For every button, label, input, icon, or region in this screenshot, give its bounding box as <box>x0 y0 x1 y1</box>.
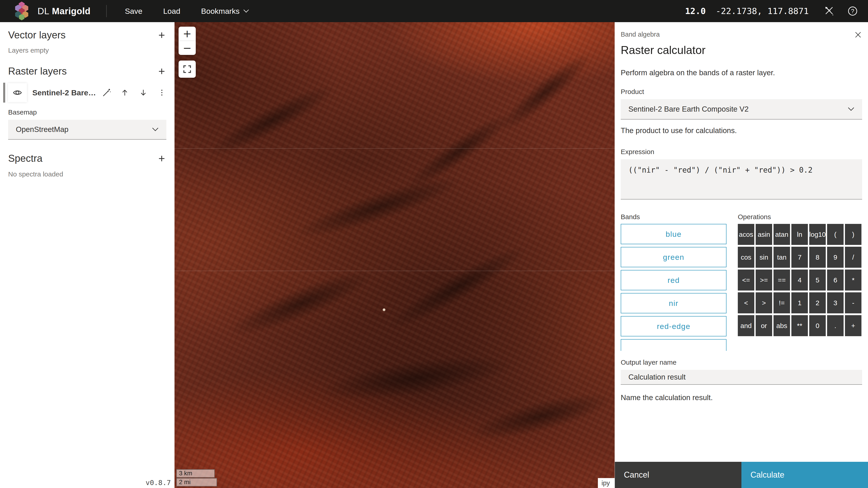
map-zoom-level: 12.0 <box>685 6 706 16</box>
product-select[interactable]: Sentinel-2 Bare Earth Composite V2 <box>621 99 862 120</box>
operation-button-0[interactable]: 0 <box>809 315 826 336</box>
band-button-red-edge[interactable]: red-edge <box>621 316 726 336</box>
calculate-button[interactable]: Calculate <box>741 462 868 488</box>
map-attribution[interactable]: ipy <box>598 478 615 488</box>
operation-button-6[interactable]: 6 <box>827 269 844 291</box>
operation-button->=[interactable]: >= <box>756 269 772 291</box>
operation-button-<[interactable]: < <box>738 292 754 313</box>
zoom-in-button[interactable]: + <box>179 27 196 41</box>
measure-tools-icon[interactable] <box>823 5 835 17</box>
basemap-label: Basemap <box>8 108 166 116</box>
operations-label: Operations <box>738 213 862 221</box>
add-spectra-button[interactable]: + <box>157 153 166 164</box>
operation-button-log10[interactable]: log10 <box>809 224 826 245</box>
help-circle-icon[interactable]: ? <box>847 5 859 17</box>
operation-button-acos[interactable]: acos <box>738 224 754 245</box>
band-button-nir[interactable]: nir <box>621 293 726 313</box>
operation-button-)[interactable]: ) <box>845 224 862 245</box>
panel-title: Raster calculator <box>621 43 862 57</box>
layer-drag-handle[interactable] <box>3 83 5 103</box>
operation-button-asin[interactable]: asin <box>756 224 772 245</box>
satellite-imagery <box>175 22 615 488</box>
add-raster-layer-button[interactable]: + <box>157 66 166 77</box>
basemap-selected-value: OpenStreetMap <box>16 125 68 134</box>
close-panel-button[interactable] <box>853 30 863 40</box>
operations-grid: acosasinatanlnlog10()cossintan789/<=>===… <box>738 224 862 336</box>
vector-layers-empty-text: Layers empty <box>8 46 166 54</box>
chevron-down-icon <box>152 127 159 131</box>
tile-seam-line <box>175 148 615 149</box>
operation-button-tan[interactable]: tan <box>774 247 790 268</box>
fullscreen-button[interactable] <box>179 61 196 78</box>
operation-button-==[interactable]: == <box>774 269 790 291</box>
expression-input[interactable]: (("nir" - "red") / ("nir" + "red")) > 0.… <box>621 159 862 199</box>
operation-button-4[interactable]: 4 <box>792 269 808 291</box>
terrain-shading <box>318 348 515 408</box>
operation-button-([interactable]: ( <box>827 224 844 245</box>
band-button-blue[interactable]: blue <box>621 224 726 244</box>
operation-button-<=[interactable]: <= <box>738 269 754 291</box>
operation-button-cos[interactable]: cos <box>738 247 754 268</box>
operation-button-7[interactable]: 7 <box>792 247 808 268</box>
zoom-out-button[interactable]: − <box>179 41 196 55</box>
close-icon <box>854 31 862 39</box>
operation-button-1[interactable]: 1 <box>792 292 808 313</box>
operation-button-9[interactable]: 9 <box>827 247 844 268</box>
band-button-red[interactable]: red <box>621 270 726 290</box>
layer-name[interactable]: Sentinel-2 Bare Earth Com... <box>32 88 98 97</box>
terrain-shading <box>382 237 532 338</box>
arrow-down-icon <box>139 88 148 97</box>
output-layer-name-input[interactable] <box>621 370 862 385</box>
operation-button-sin[interactable]: sin <box>756 247 772 268</box>
app-title: DL Marigold <box>37 6 90 16</box>
vector-layers-title: Vector layers <box>8 29 66 41</box>
raster-calculator-panel: Band algebra Raster calculator Perform a… <box>615 22 868 488</box>
kebab-menu-icon <box>158 89 166 97</box>
operation-button-*[interactable]: * <box>845 269 862 291</box>
save-button[interactable]: Save <box>114 0 153 22</box>
chevron-down-icon <box>848 107 855 111</box>
operation-button-abs[interactable]: abs <box>774 315 790 336</box>
layer-move-up-button[interactable] <box>120 88 129 97</box>
layer-style-button[interactable] <box>102 88 111 97</box>
band-button-partial[interactable] <box>621 339 726 351</box>
panel-description: Perform algebra on the bands of a raster… <box>621 68 862 77</box>
raster-layer-row: Sentinel-2 Bare Earth Com... <box>3 83 166 103</box>
operation-button-**[interactable]: ** <box>792 315 808 336</box>
cancel-button[interactable]: Cancel <box>615 462 741 488</box>
operation-button-.[interactable]: . <box>827 315 844 336</box>
layers-sidebar: Vector layers + Layers empty Raster laye… <box>0 22 175 488</box>
operation-button->[interactable]: > <box>756 292 772 313</box>
top-bar: DL Marigold Save Load Bookmarks 12.0 -22… <box>0 0 868 22</box>
operation-button-and[interactable]: and <box>738 315 754 336</box>
operation-button-!=[interactable]: != <box>774 292 790 313</box>
basemap-select[interactable]: OpenStreetMap <box>8 120 166 140</box>
operation-button-ln[interactable]: ln <box>792 224 808 245</box>
scale-kilometers: 3 km <box>176 469 215 478</box>
add-vector-layer-button[interactable]: + <box>157 29 166 41</box>
operation-button-atan[interactable]: atan <box>774 224 790 245</box>
map-viewport[interactable]: + − 3 km 2 mi ipy <box>175 22 615 488</box>
layer-menu-button[interactable] <box>157 88 166 97</box>
tile-seam-line <box>175 271 615 271</box>
layer-move-down-button[interactable] <box>139 88 148 97</box>
map-scale-bar: 3 km 2 mi <box>176 469 217 486</box>
terrain-shading <box>204 76 339 164</box>
operation-button-/[interactable]: / <box>845 247 862 268</box>
operation-button-or[interactable]: or <box>756 315 772 336</box>
operation-button-3[interactable]: 3 <box>827 292 844 313</box>
band-button-green[interactable]: green <box>621 247 726 267</box>
marigold-logo-icon <box>12 2 31 21</box>
product-label: Product <box>621 88 862 96</box>
operation-button-2[interactable]: 2 <box>809 292 826 313</box>
scale-miles: 2 mi <box>176 478 217 486</box>
operation-button-5[interactable]: 5 <box>809 269 826 291</box>
product-selected-value: Sentinel-2 Bare Earth Composite V2 <box>628 105 749 113</box>
operation-button-8[interactable]: 8 <box>809 247 826 268</box>
bookmarks-menu-button[interactable]: Bookmarks <box>191 0 259 22</box>
operation-button--[interactable]: - <box>845 292 862 313</box>
operation-button-+[interactable]: + <box>845 315 862 336</box>
load-button[interactable]: Load <box>153 0 191 22</box>
raster-layers-title: Raster layers <box>8 66 67 77</box>
layer-visibility-toggle[interactable] <box>8 83 27 102</box>
